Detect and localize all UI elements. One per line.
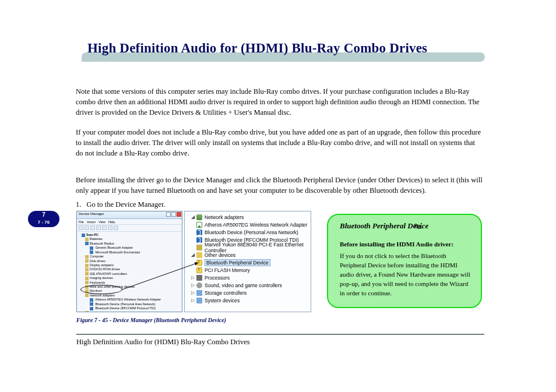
tree-item[interactable]: Computer bbox=[82, 255, 180, 259]
page-number-box: 7 7 - 76 bbox=[28, 211, 59, 227]
step-number: 1. bbox=[76, 200, 84, 209]
paragraph-3: Before installing the driver go to the D… bbox=[76, 175, 484, 196]
page-section: 7 bbox=[28, 211, 59, 218]
page-number: 7 - 76 bbox=[28, 218, 59, 226]
tree-item[interactable]: Mice and other pointing devices bbox=[82, 285, 180, 289]
tree-item[interactable]: Other devices bbox=[82, 311, 180, 312]
footer-divider bbox=[76, 334, 484, 335]
note-heading: Bluetooth Peripheral Device bbox=[340, 221, 470, 232]
tree-item[interactable]: Network adapters bbox=[82, 294, 180, 298]
menu-help[interactable]: Help bbox=[108, 220, 115, 224]
toolbar-icon[interactable] bbox=[114, 225, 118, 230]
category-network-adapters[interactable]: ◢Network adapters bbox=[185, 213, 311, 221]
tree-item[interactable]: Bluetooth Device (RFCOMM Protocol TDI) bbox=[82, 306, 180, 310]
maximize-icon[interactable] bbox=[171, 212, 176, 217]
toolbar-icon[interactable] bbox=[108, 225, 112, 230]
window-title: Device Manager bbox=[79, 212, 104, 216]
toolbar bbox=[77, 225, 182, 232]
device-item[interactable]: Bluetooth Device (Personal Area Network) bbox=[185, 228, 311, 236]
tree-item[interactable]: IDE ATA/ATAPI controllers bbox=[82, 272, 180, 276]
close-icon[interactable] bbox=[177, 212, 181, 217]
figure-caption: Figure 7 - 45 - Device Manager (Bluetoot… bbox=[76, 317, 226, 323]
menu-view[interactable]: View bbox=[98, 220, 105, 224]
category-sound[interactable]: ▷Sound, video and game controllers bbox=[185, 281, 311, 289]
category-processors[interactable]: ▷Processors bbox=[185, 274, 311, 281]
step-text: Go to the Device Manager. bbox=[86, 200, 165, 209]
page-title: High Definition Audio for (HDMI) Blu-Ray… bbox=[87, 41, 427, 56]
toolbar-icon[interactable] bbox=[90, 225, 95, 230]
tree-item[interactable]: Display adapters bbox=[82, 263, 180, 267]
menubar: File Action View Help bbox=[77, 219, 182, 225]
tree-item[interactable]: Bluetooth Radios bbox=[82, 242, 180, 246]
tree-item[interactable]: Keyboards bbox=[82, 281, 180, 285]
device-bluetooth-peripheral[interactable]: Bluetooth Peripheral Device bbox=[185, 259, 311, 266]
toolbar-icon[interactable] bbox=[85, 225, 89, 230]
device-item[interactable]: PCI FLASH Memory bbox=[185, 266, 311, 274]
menu-file[interactable]: File bbox=[79, 220, 84, 224]
tree-item[interactable]: Bluetooth Device (Personal Area Network) bbox=[82, 302, 180, 306]
tree-item[interactable]: Batteries bbox=[82, 237, 180, 241]
tree-item[interactable]: DVD/CD-ROM drives bbox=[82, 267, 180, 271]
tree-item[interactable]: Disk drives bbox=[82, 259, 180, 263]
tree-item[interactable]: Imaging devices bbox=[82, 276, 180, 280]
screenshot-device-manager-zoom: ◢Network adapters Atheros AR5007EG Wirel… bbox=[184, 211, 311, 312]
note-body: If you do not click to select the Blueto… bbox=[340, 252, 470, 298]
window-controls bbox=[166, 212, 181, 217]
toolbar-icon[interactable] bbox=[79, 225, 83, 230]
device-item[interactable]: Marvell Yukon 88E8040 PCI-E Fast Etherne… bbox=[185, 243, 311, 251]
device-item[interactable]: Atheros AR5007EG Wireless Network Adapte… bbox=[185, 221, 311, 228]
note-callout: ✎ Bluetooth Peripheral Device Before ins… bbox=[327, 214, 482, 308]
tree-item[interactable]: Microsoft Bluetooth Enumerator bbox=[82, 250, 180, 255]
paragraph-2: If your computer model does not include … bbox=[76, 127, 484, 158]
category-system[interactable]: ▷System devices bbox=[185, 296, 311, 304]
toolbar-icon[interactable] bbox=[96, 225, 101, 230]
window-titlebar: Device Manager bbox=[77, 211, 182, 219]
category-storage[interactable]: ▷Storage controllers bbox=[185, 289, 311, 296]
screenshot-device-manager-small: Device Manager File Action View Help Sam… bbox=[76, 211, 182, 312]
step-1: 1. Go to the Device Manager. bbox=[76, 199, 484, 209]
minimize-icon[interactable] bbox=[166, 212, 171, 217]
tree-root[interactable]: Sam-PC bbox=[82, 233, 180, 237]
tree-item[interactable]: Atheros AR5007EG Wireless Network Adapte… bbox=[82, 298, 180, 302]
menu-action[interactable]: Action bbox=[87, 220, 96, 224]
footer-text: High Definition Audio for (HDMI) Blu-Ray… bbox=[76, 338, 250, 347]
paragraph-1: Note that some versions of this computer… bbox=[76, 86, 484, 118]
toolbar-icon[interactable] bbox=[102, 225, 107, 230]
tree-item[interactable]: Generic Bluetooth Adapter bbox=[82, 246, 180, 250]
note-subheading: Before installing the HDMI Audio driver: bbox=[340, 240, 470, 249]
tree-item[interactable]: Monitors bbox=[82, 289, 180, 293]
device-tree: Sam-PC Batteries Bluetooth Radios Generi… bbox=[77, 232, 182, 312]
